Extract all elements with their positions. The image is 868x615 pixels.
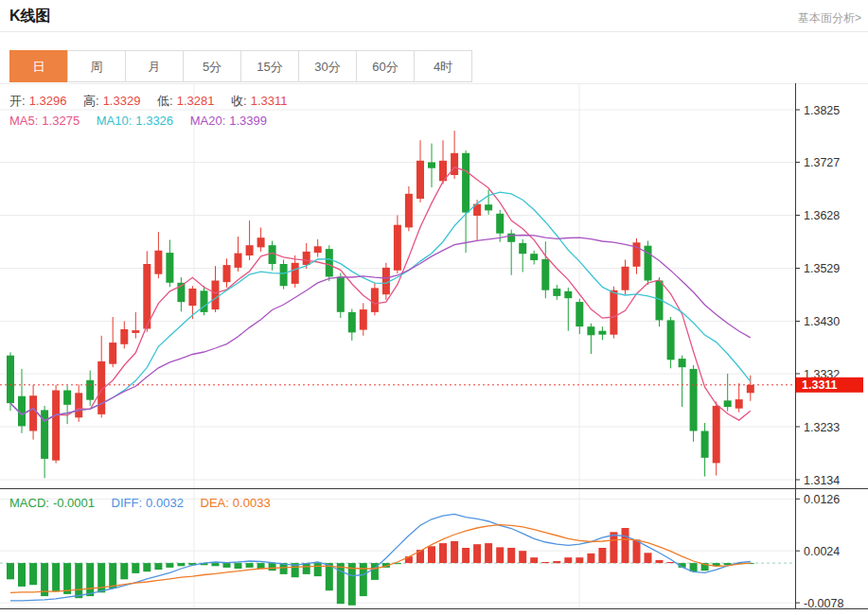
candle[interactable] (371, 288, 379, 312)
candle[interactable] (246, 245, 254, 255)
candle[interactable] (622, 267, 629, 290)
macd-bar[interactable] (667, 562, 675, 563)
candle[interactable] (188, 289, 196, 306)
candle[interactable] (52, 391, 60, 461)
candle[interactable] (724, 400, 732, 407)
candle[interactable] (29, 395, 37, 430)
candle[interactable] (132, 330, 139, 333)
candle[interactable] (576, 302, 583, 326)
candle[interactable] (541, 259, 549, 290)
candle[interactable] (326, 249, 333, 276)
macd-bar[interactable] (154, 563, 162, 570)
candle[interactable] (63, 391, 71, 405)
candle[interactable] (109, 343, 116, 364)
macd-bar[interactable] (75, 563, 82, 598)
macd-bar[interactable] (120, 563, 128, 579)
macd-bar[interactable] (553, 561, 560, 563)
macd-bar[interactable] (462, 548, 469, 563)
macd-bar[interactable] (428, 546, 435, 563)
macd-bar[interactable] (598, 548, 606, 563)
candle[interactable] (507, 234, 515, 242)
macd-bar[interactable] (269, 563, 276, 571)
tab-interval-15分[interactable]: 15分 (240, 50, 299, 82)
macd-bar[interactable] (451, 541, 458, 563)
candle[interactable] (7, 356, 14, 403)
tab-interval-30分[interactable]: 30分 (298, 50, 357, 82)
candle[interactable] (451, 153, 458, 175)
tab-interval-日[interactable]: 日 (9, 50, 68, 82)
macd-bar[interactable] (246, 563, 254, 568)
macd-bar[interactable] (303, 563, 310, 574)
macd-bar[interactable] (132, 563, 139, 573)
candle[interactable] (405, 194, 413, 228)
macd-bar[interactable] (507, 548, 515, 563)
macd-bar[interactable] (485, 543, 492, 563)
candle[interactable] (235, 254, 242, 268)
candle[interactable] (292, 263, 299, 284)
candle[interactable] (679, 359, 686, 367)
macd-bar[interactable] (633, 539, 641, 563)
candle[interactable] (690, 369, 698, 431)
candle[interactable] (86, 380, 94, 400)
macd-bar[interactable] (439, 543, 447, 563)
macd-bar[interactable] (29, 563, 37, 585)
candle[interactable] (667, 320, 675, 360)
candle[interactable] (462, 153, 469, 213)
candle[interactable] (303, 252, 310, 265)
candle[interactable] (610, 290, 617, 335)
macd-bar[interactable] (622, 528, 629, 563)
candle[interactable] (587, 326, 594, 335)
macd-bar[interactable] (177, 563, 185, 566)
macd-bar[interactable] (610, 532, 617, 563)
macd-bar[interactable] (645, 553, 652, 563)
candle[interactable] (348, 312, 356, 333)
tab-interval-4时[interactable]: 4时 (414, 50, 472, 82)
candle[interactable] (75, 393, 82, 417)
candle[interactable] (416, 161, 424, 199)
candle[interactable] (337, 277, 345, 312)
macd-bar[interactable] (541, 562, 549, 563)
macd-bar[interactable] (109, 563, 116, 589)
candle[interactable] (713, 406, 720, 464)
macd-bar[interactable] (63, 563, 71, 594)
candle[interactable] (394, 225, 401, 271)
candle[interactable] (598, 331, 606, 335)
candle[interactable] (747, 385, 754, 394)
candle[interactable] (166, 253, 173, 283)
candle[interactable] (382, 268, 390, 294)
candle[interactable] (314, 246, 322, 253)
macd-bar[interactable] (348, 563, 356, 606)
macd-bar[interactable] (473, 544, 481, 563)
candle[interactable] (530, 254, 538, 260)
tab-interval-月[interactable]: 月 (125, 50, 184, 82)
candle[interactable] (154, 251, 162, 274)
candle[interactable] (519, 243, 526, 254)
macd-bar[interactable] (18, 563, 26, 587)
tab-interval-60分[interactable]: 60分 (356, 50, 415, 82)
macd-bar[interactable] (223, 563, 231, 568)
macd-bar[interactable] (166, 563, 173, 568)
candle[interactable] (496, 214, 504, 234)
candle[interactable] (120, 329, 128, 344)
tab-interval-周[interactable]: 周 (67, 50, 126, 82)
macd-bar[interactable] (519, 551, 526, 563)
macd-bar[interactable] (314, 563, 322, 576)
tab-interval-5分[interactable]: 5分 (183, 50, 241, 82)
macd-bar[interactable] (576, 557, 583, 563)
macd-bar[interactable] (212, 563, 220, 566)
macd-bar[interactable] (564, 557, 572, 563)
candle[interactable] (257, 237, 265, 247)
macd-bar[interactable] (7, 563, 14, 579)
macd-bar[interactable] (143, 563, 151, 571)
macd-bar[interactable] (86, 563, 94, 596)
candle[interactable] (553, 289, 560, 296)
candle[interactable] (701, 431, 709, 458)
candle[interactable] (212, 281, 220, 310)
macd-bar[interactable] (587, 554, 594, 563)
macd-bar[interactable] (52, 563, 60, 591)
macd-bar[interactable] (235, 563, 242, 569)
macd-bar[interactable] (656, 560, 664, 563)
candle[interactable] (223, 265, 231, 282)
candle[interactable] (428, 163, 435, 168)
candle[interactable] (485, 204, 492, 210)
